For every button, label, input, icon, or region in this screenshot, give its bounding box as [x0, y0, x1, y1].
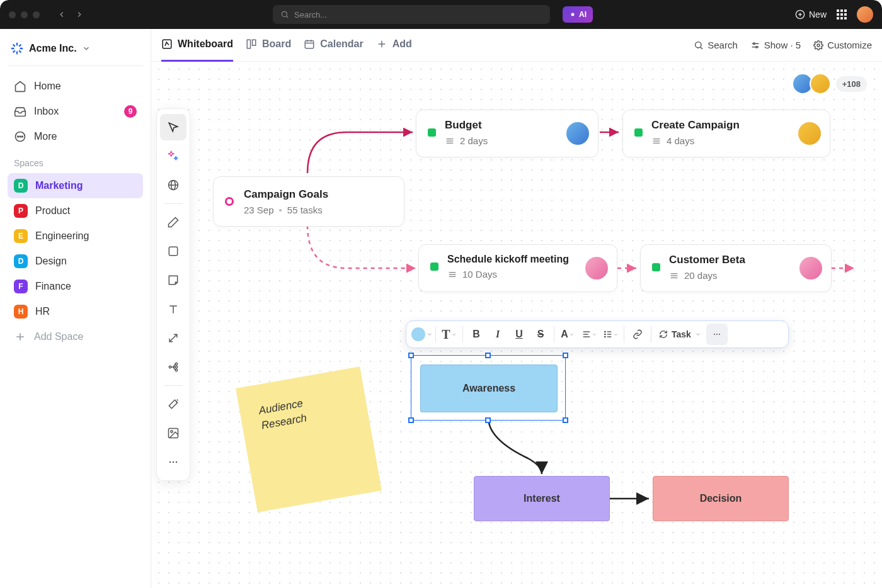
space-engineering[interactable]: EEngineering: [8, 223, 143, 249]
forward-icon[interactable]: [75, 10, 84, 19]
tool-shape[interactable]: [160, 238, 186, 264]
tool-web[interactable]: [160, 172, 186, 198]
canvas[interactable]: +108: [151, 62, 882, 588]
svg-rect-23: [305, 41, 314, 48]
list-icon: [669, 271, 679, 281]
collaborators[interactable]: +108: [796, 73, 867, 94]
tool-image[interactable]: [160, 420, 186, 446]
tab-calendar[interactable]: Calendar: [304, 29, 363, 62]
sticky-icon: [167, 274, 180, 286]
tool-text[interactable]: [160, 296, 186, 322]
svg-point-50: [169, 461, 171, 463]
tool-select[interactable]: [160, 114, 186, 140]
node-interest[interactable]: Interest: [474, 476, 610, 521]
svg-point-68: [604, 331, 605, 332]
card-create-campaign[interactable]: Create Campaign 4 days: [622, 110, 830, 157]
tab-add[interactable]: Add: [376, 29, 412, 62]
sidebar-item-home[interactable]: Home: [8, 74, 143, 99]
tool-mindmap[interactable]: [160, 354, 186, 380]
workspace-name: Acme Inc.: [29, 43, 77, 54]
svg-point-16: [20, 136, 21, 137]
align-icon: [581, 329, 592, 339]
dots-icon: [712, 329, 722, 339]
svg-line-30: [701, 47, 702, 49]
more-format-button[interactable]: [706, 324, 728, 345]
tab-whiteboard[interactable]: Whiteboard: [161, 29, 233, 62]
font-button[interactable]: T: [438, 324, 460, 345]
svg-point-75: [716, 334, 718, 335]
svg-rect-22: [253, 40, 256, 45]
list-icon: [445, 136, 455, 146]
list-icon: [651, 136, 662, 146]
sliders-icon: [750, 40, 760, 50]
list-icon: [447, 269, 457, 280]
tool-sticky[interactable]: [160, 267, 186, 293]
underline-button[interactable]: U: [508, 324, 530, 345]
window-controls[interactable]: [9, 11, 40, 18]
card-budget[interactable]: Budget 2 days: [416, 110, 598, 157]
space-finance[interactable]: FFinance: [8, 274, 143, 299]
sticky-note[interactable]: Audience Research: [236, 366, 382, 512]
canvas-search[interactable]: Search: [694, 40, 738, 50]
svg-rect-20: [163, 40, 171, 48]
tool-more[interactable]: [160, 449, 186, 475]
card-kickoff[interactable]: Schedule kickoff meeting 10 Days: [418, 244, 617, 292]
home-icon: [14, 80, 26, 93]
space-hr[interactable]: HHR: [8, 299, 143, 324]
space-marketing[interactable]: DMarketing: [8, 173, 143, 198]
avatar[interactable]: [798, 122, 821, 145]
space-product[interactable]: PProduct: [8, 198, 143, 223]
wand-icon: [167, 398, 180, 410]
sparkle-icon: [569, 11, 576, 18]
sparkles-icon: [167, 150, 180, 162]
avatar[interactable]: [810, 73, 831, 94]
avatar[interactable]: [566, 122, 589, 145]
link-button[interactable]: [627, 324, 648, 345]
sidebar-item-inbox[interactable]: Inbox 9: [8, 99, 143, 124]
back-icon[interactable]: [57, 10, 66, 19]
italic-button[interactable]: I: [487, 324, 508, 345]
task-dropdown[interactable]: Task: [654, 324, 706, 345]
space-design[interactable]: DDesign: [8, 249, 143, 274]
avatar[interactable]: [585, 257, 608, 280]
bullet-icon: [603, 329, 613, 339]
text-color-button[interactable]: A: [557, 324, 578, 345]
tool-connector[interactable]: [160, 325, 186, 351]
chevron-down-icon: [82, 44, 91, 53]
svg-point-76: [719, 334, 720, 335]
user-avatar[interactable]: [857, 6, 873, 23]
node-awareness[interactable]: Awareness: [420, 365, 558, 412]
show-button[interactable]: Show · 5: [750, 40, 801, 50]
add-space-button[interactable]: Add Space: [8, 324, 143, 349]
tool-pen[interactable]: [160, 209, 186, 235]
align-button[interactable]: [578, 324, 600, 345]
tool-ai[interactable]: [160, 143, 186, 169]
more-count[interactable]: +108: [836, 76, 867, 92]
bold-button[interactable]: B: [466, 324, 487, 345]
tab-board[interactable]: Board: [246, 29, 291, 62]
sidebar-item-more[interactable]: More: [8, 124, 143, 149]
calendar-icon: [304, 38, 315, 50]
new-button[interactable]: New: [795, 9, 827, 20]
status-done-icon: [428, 128, 436, 137]
gear-icon: [813, 40, 823, 50]
ai-button[interactable]: AI: [563, 6, 593, 23]
workspace-switcher[interactable]: Acme Inc.: [8, 38, 143, 66]
card-campaign-goals[interactable]: Campaign Goals 23 Sep•55 tasks: [213, 176, 404, 227]
card-customer-beta[interactable]: Customer Beta 20 days: [640, 244, 832, 292]
color-picker[interactable]: [411, 324, 433, 345]
history-nav[interactable]: [57, 10, 84, 19]
selection-frame[interactable]: Awareness: [411, 355, 566, 421]
apps-icon[interactable]: [837, 9, 847, 20]
svg-point-17: [22, 136, 23, 137]
list-button[interactable]: [600, 324, 621, 345]
tool-effects[interactable]: [160, 391, 186, 417]
global-search[interactable]: Search...: [273, 5, 550, 24]
tool-palette: [156, 108, 190, 481]
status-open-icon: [225, 197, 234, 206]
avatar[interactable]: [799, 257, 822, 280]
customize-button[interactable]: Customize: [813, 40, 872, 50]
strike-button[interactable]: S: [530, 324, 551, 345]
node-decision[interactable]: Decision: [653, 476, 789, 521]
status-done-icon: [634, 128, 643, 137]
